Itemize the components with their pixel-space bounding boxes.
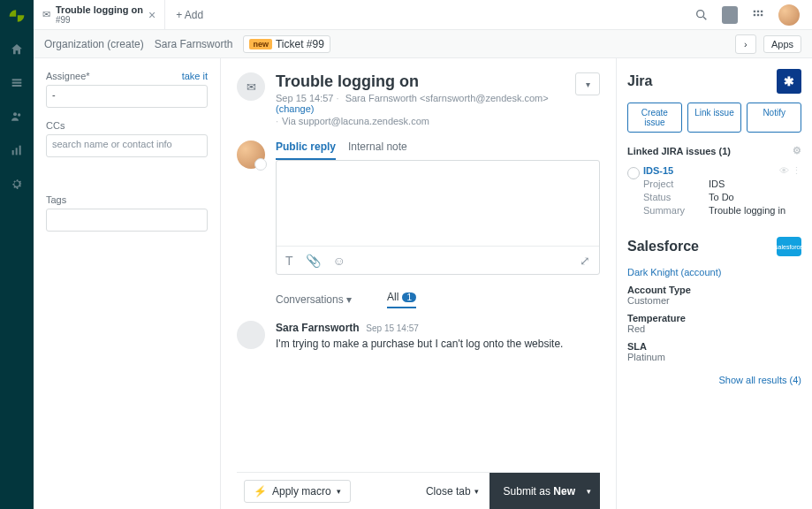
svg-rect-6 [16, 148, 18, 155]
svg-line-9 [703, 17, 706, 19]
conversations-icon[interactable] [722, 7, 738, 23]
global-nav [0, 0, 34, 509]
jira-link-issue-button[interactable]: Link issue [687, 103, 742, 133]
jira-heading: Jira [627, 73, 652, 89]
views-icon[interactable] [8, 74, 26, 92]
svg-rect-10 [754, 10, 755, 11]
svg-rect-15 [761, 13, 763, 15]
comment-author: Sara Farnsworth [276, 322, 360, 334]
ticket-date: Sep 15 14:57 [276, 93, 333, 103]
apps-sidebar: Jira ✱ Create issue Link issue Notify Li… [616, 58, 812, 509]
ticket-actions-dropdown[interactable]: ▾ [575, 72, 600, 95]
svg-rect-5 [12, 150, 14, 155]
apps-grid-icon[interactable] [750, 7, 766, 23]
svg-rect-0 [12, 79, 22, 80]
svg-rect-14 [757, 13, 759, 15]
text-format-icon[interactable]: T [285, 254, 293, 268]
workspace-tabs: ✉ Trouble logging on #99 × + Add [34, 0, 812, 30]
bolt-icon: ⚡ [254, 485, 267, 498]
breadcrumb-ticket[interactable]: new Ticket #99 [243, 35, 330, 53]
salesforce-heading: Salesforce [627, 239, 699, 254]
emoji-icon[interactable]: ☺ [333, 254, 345, 268]
breadcrumb-org[interactable]: Organization (create) [44, 38, 144, 50]
take-it-link[interactable]: take it [182, 71, 208, 81]
channel-mail-icon: ✉ [237, 72, 265, 101]
jira-issue-item: 👁 ⋮ IDS-15 ProjectIDS StatusTo Do Summar… [627, 165, 801, 216]
reply-editor[interactable]: T 📎 ☺ ⤢ [276, 160, 600, 275]
home-icon[interactable] [8, 41, 26, 58]
customers-icon[interactable] [8, 108, 26, 125]
tab-internal-note[interactable]: Internal note [348, 141, 407, 160]
reporting-icon[interactable] [8, 141, 26, 159]
salesforce-show-all-link[interactable]: Show all results (4) [627, 375, 801, 385]
filter-all[interactable]: All 1 [387, 291, 416, 308]
assignee-label: Assignee* [46, 71, 90, 81]
assignee-select[interactable]: - [46, 85, 208, 108]
close-tab-icon[interactable]: × [148, 8, 156, 22]
salesforce-logo-icon: salesforce [777, 237, 801, 256]
ticket-tab[interactable]: ✉ Trouble logging on #99 × [34, 0, 165, 29]
comment-time: Sep 15 14:57 [366, 323, 419, 333]
ccs-input[interactable]: search name or contact info [46, 134, 208, 157]
jira-issue-key[interactable]: IDS-15 [643, 165, 801, 176]
svg-point-3 [13, 112, 17, 116]
search-icon[interactable] [694, 7, 710, 23]
ccs-label: CCs [46, 120, 65, 131]
linked-issues-label: Linked JIRA issues (1) [627, 146, 731, 156]
ticket-title: Trouble logging on [276, 72, 565, 91]
add-tab-button[interactable]: + Add [165, 9, 214, 21]
svg-rect-7 [19, 146, 21, 156]
salesforce-account-link[interactable]: Dark Knight (account) [627, 267, 801, 277]
jira-watch-icon[interactable]: 👁 ⋮ [779, 165, 801, 177]
svg-rect-12 [761, 10, 763, 11]
svg-rect-11 [757, 10, 759, 11]
comment-avatar [237, 321, 265, 349]
jira-settings-icon[interactable]: ⚙ [793, 145, 801, 156]
new-status-chip: new [249, 39, 272, 49]
jira-create-issue-button[interactable]: Create issue [627, 103, 682, 133]
tab-public-reply[interactable]: Public reply [276, 141, 336, 160]
svg-rect-1 [12, 82, 22, 84]
ticket-footer: ⚡ Apply macro ▾ Close tab▾ Submit as New [237, 472, 600, 509]
change-requester-link[interactable]: (change) [276, 103, 314, 114]
next-ticket-button[interactable]: › [735, 34, 756, 54]
jira-logo-icon: ✱ [777, 69, 801, 94]
jira-notify-button[interactable]: Notify [747, 103, 801, 133]
ticket-fields-panel: Assignee* take it - CCs search name or c… [34, 58, 221, 509]
ticket-conversation: ✉ Trouble logging on Sep 15 14:57 · Sara… [221, 58, 616, 509]
filter-count-badge: 1 [402, 292, 416, 302]
conversations-dropdown[interactable]: Conversations ▾ [276, 293, 352, 306]
ticket-requester: Sara Farnsworth <sfarnsworth@zendesk.com… [345, 93, 549, 103]
agent-avatar [237, 141, 265, 169]
apply-macro-button[interactable]: ⚡ Apply macro ▾ [244, 480, 351, 503]
mail-icon: ✉ [42, 9, 50, 20]
svg-point-4 [18, 113, 20, 116]
zendesk-logo-icon [8, 7, 26, 25]
expand-editor-icon[interactable]: ⤢ [580, 254, 590, 268]
close-tab-button[interactable]: Close tab▾ [415, 485, 489, 498]
breadcrumb-requester[interactable]: Sara Farnsworth [155, 38, 233, 50]
svg-point-8 [697, 10, 704, 17]
comment-body: I'm trying to make a purchase but I can'… [276, 338, 563, 350]
svg-rect-2 [12, 85, 22, 87]
tags-label: Tags [46, 194, 66, 205]
profile-avatar[interactable] [778, 4, 800, 26]
submit-button[interactable]: Submit as New [489, 473, 600, 510]
tab-subtitle: #99 [56, 15, 143, 25]
svg-rect-13 [754, 13, 755, 15]
apps-panel-button[interactable]: Apps [763, 35, 801, 53]
admin-gear-icon[interactable] [8, 175, 26, 193]
attachment-icon[interactable]: 📎 [306, 254, 321, 268]
breadcrumb-row: Organization (create) Sara Farnsworth ne… [34, 30, 812, 58]
comment-item: Sara Farnsworth Sep 15 14:57 I'm trying … [237, 321, 600, 350]
tab-title: Trouble logging on [56, 4, 143, 15]
tags-input[interactable] [46, 209, 208, 232]
ticket-via: Via support@lacuna.zendesk.com [282, 116, 429, 126]
